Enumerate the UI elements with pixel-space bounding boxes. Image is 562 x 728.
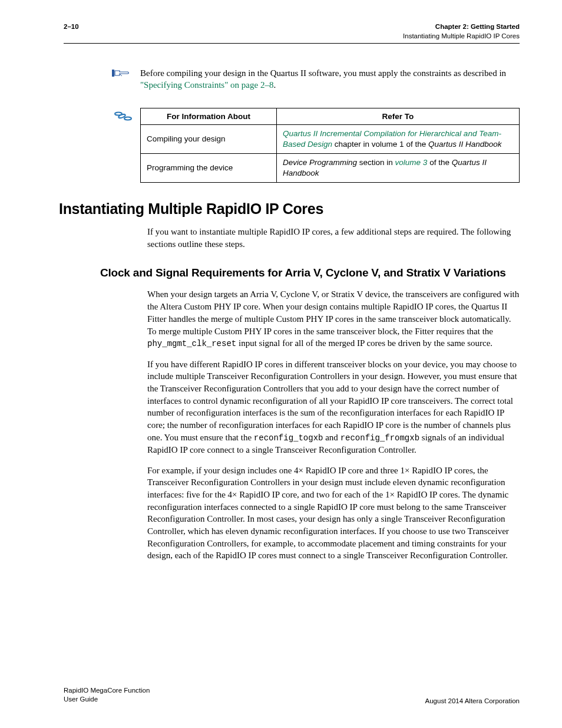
footer-right: August 2014 Altera Corporation [425,697,520,704]
refer-cell: Device Programming section in volume 3 o… [277,153,520,182]
chapter-label: Chapter 2: Getting Started [403,22,520,32]
table-header-refer: Refer To [277,108,520,124]
svg-point-3 [124,117,131,120]
reference-table-block: For Information About Refer To Compiling… [64,108,520,183]
note-text-before: Before compiling your design in the Quar… [140,68,506,78]
link-icon-cell [64,108,140,121]
note-icon-cell [64,67,140,79]
subsection-heading: Clock and Signal Requirements for Arria … [100,266,520,281]
code-reconfig-from: reconfig_fromgxb [340,433,419,443]
page-header: 2–10 Chapter 2: Getting Started Instanti… [64,22,520,44]
header-right: Chapter 2: Getting Started Instantiating… [403,22,520,41]
table-row: Programming the device Device Programmin… [141,153,520,182]
section-label: Instantiating Multiple RapidIO IP Cores [403,32,520,41]
note-text: Before compiling your design in the Quar… [140,67,520,91]
intro-paragraph: If you want to instantiate multiple Rapi… [147,226,520,250]
doc-subtitle: User Guide [64,695,150,704]
section-heading: Instantiating Multiple RapidIO IP Cores [59,200,520,218]
info-cell: Programming the device [141,153,277,182]
doc-title: RapidIO MegaCore Function [64,686,150,696]
table-header-info: For Information About [141,108,277,124]
refer-cell: Quartus II Incremental Compilation for H… [277,124,520,153]
info-cell: Compiling your design [141,124,277,153]
table-row: Compiling your design Quartus II Increme… [141,124,520,153]
pointing-hand-icon [112,67,132,79]
code-phy-mgmt: phy_mgmt_clk_reset [147,339,236,348]
note-text-after: . [273,80,276,90]
code-reconfig-to: reconfig_togxb [254,433,323,443]
page-footer: RapidIO MegaCore Function User Guide Aug… [64,686,520,704]
paragraph-2: If you have different RapidIO IP cores i… [147,358,520,456]
paragraph-3: For example, if your design includes one… [147,465,520,562]
page-number: 2–10 [64,22,79,32]
reference-table: For Information About Refer To Compiling… [140,108,520,183]
chain-link-icon [114,111,132,121]
footer-left: RapidIO MegaCore Function User Guide [64,686,150,704]
svg-rect-0 [112,70,114,77]
volume3-link[interactable]: volume 3 [395,158,428,167]
note-block: Before compiling your design in the Quar… [64,67,520,91]
constraints-link[interactable]: "Specifying Constraints" on page 2–8 [140,80,273,90]
paragraph-1: When your design targets an Arria V, Cyc… [147,288,520,350]
